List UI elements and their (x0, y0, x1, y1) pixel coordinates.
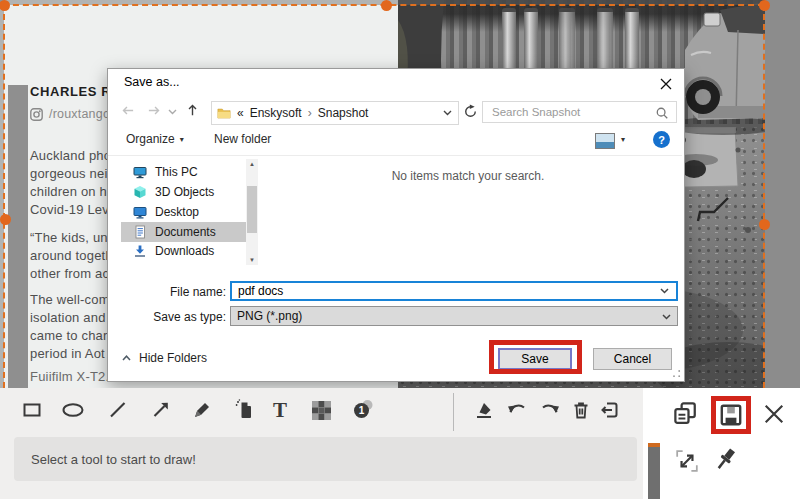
selection-handle-left-center[interactable] (0, 214, 11, 225)
nav-history-dropdown[interactable] (168, 109, 177, 115)
search-input[interactable] (490, 105, 644, 119)
save-as-type-label: Save as type: (108, 310, 226, 324)
empty-folder-message: No items match your search. (268, 169, 668, 183)
article-line: “The kids, un (30, 230, 108, 245)
save-highlight-box (489, 340, 582, 374)
nav-up-button[interactable] (184, 102, 201, 119)
sidebar-label: 3D Objects (155, 185, 214, 199)
action-panel (643, 388, 800, 499)
download-icon (133, 244, 147, 258)
delete-tool-button[interactable] (569, 398, 593, 422)
refresh-button[interactable] (463, 104, 478, 119)
cancel-button[interactable]: Cancel (593, 348, 672, 370)
undo-button[interactable] (505, 398, 529, 422)
new-folder-button[interactable]: New folder (214, 132, 271, 146)
arrow-icon (150, 399, 172, 421)
status-message: Select a tool to start to draw! (31, 452, 196, 467)
ellipse-tool-button[interactable] (61, 398, 85, 422)
document-icon (133, 225, 147, 239)
trash-icon (570, 399, 592, 421)
search-icon[interactable] (655, 106, 669, 120)
selection-handle-top-center[interactable] (381, 0, 392, 11)
text-tool-button[interactable]: T (268, 398, 292, 422)
organize-menu[interactable]: Organize ▾ (126, 132, 184, 146)
pin-icon (711, 445, 741, 475)
eraser-tool-button[interactable] (472, 398, 496, 422)
file-name-input[interactable] (230, 281, 678, 301)
breadcrumb-folder-snapshot[interactable]: Snapshot (318, 106, 369, 120)
rectangle-tool-button[interactable] (20, 398, 44, 422)
dialog-close-button[interactable] (656, 75, 676, 93)
organize-label: Organize (126, 132, 175, 146)
save-as-type-select[interactable]: PNG (*.png) (230, 306, 678, 326)
page-left-strip (8, 85, 28, 388)
scroll-up-icon[interactable]: ▲ (246, 161, 258, 167)
line-tool-button[interactable] (106, 398, 130, 422)
hide-folders-button[interactable]: Hide Folders (122, 351, 207, 365)
copy-button[interactable] (671, 399, 701, 429)
sidebar-label: Documents (155, 225, 216, 239)
nav-back-button[interactable] (120, 102, 137, 119)
breadcrumb-folder-enskysoft[interactable]: Enskysoft (250, 106, 302, 120)
sidebar-item-this-pc[interactable]: This PC (121, 162, 246, 182)
redo-button[interactable] (538, 398, 562, 422)
file-name-label: File name: (108, 285, 226, 299)
pencil-tool-button[interactable] (190, 398, 214, 422)
scroll-down-icon[interactable]: ▼ (246, 257, 258, 263)
view-mode-dropdown[interactable]: ▾ (621, 135, 625, 144)
rectangle-icon (21, 399, 43, 421)
instagram-icon (30, 108, 43, 121)
search-box[interactable] (482, 101, 677, 123)
close-annotator-button[interactable] (761, 401, 787, 427)
address-dropdown-icon[interactable] (443, 110, 452, 116)
chevron-up-icon (122, 355, 131, 361)
sidebar-scrollbar[interactable]: ▲ ▼ (246, 159, 258, 265)
breadcrumb-collapse[interactable]: « (237, 106, 244, 120)
scrollbar-thumb[interactable] (247, 186, 257, 233)
nav-forward-button[interactable] (145, 102, 162, 119)
copy-icon (671, 399, 701, 429)
hide-folders-label: Hide Folders (139, 351, 207, 365)
arrow-tool-button[interactable] (149, 398, 173, 422)
help-button[interactable]: ? (653, 131, 670, 148)
sidebar-item-documents[interactable]: Documents (121, 222, 246, 242)
article-line: The well-com (30, 292, 110, 307)
pencil-icon (191, 399, 213, 421)
annotation-toolbar: T 1 Select a tool to start to draw! (0, 388, 643, 499)
sidebar-label: Desktop (155, 205, 199, 219)
article-line: isolation and (30, 310, 106, 325)
file-name-dropdown-icon[interactable] (660, 288, 669, 294)
save-as-type-value: PNG (*.png) (237, 309, 302, 323)
mosaic-tool-button[interactable] (309, 398, 333, 422)
folder-icon (217, 107, 231, 119)
chevron-down-icon (168, 109, 177, 115)
resize-grip[interactable] (672, 369, 681, 378)
undo-icon (506, 399, 528, 421)
eraser-icon (473, 399, 495, 421)
expand-selection-button[interactable] (675, 449, 699, 473)
desktop-icon (133, 205, 147, 219)
text-tool-icon: T (273, 400, 287, 421)
address-bar[interactable]: « Enskysoft › Snapshot (211, 101, 459, 125)
pin-button[interactable] (711, 445, 741, 475)
view-mode-button[interactable] (595, 133, 615, 149)
save-image-button[interactable] (711, 396, 751, 434)
step-number-tool-button[interactable]: 1 (351, 398, 375, 422)
exit-edit-button[interactable] (598, 398, 622, 422)
sidebar-item-downloads[interactable]: Downloads (121, 242, 246, 259)
article-line: came to char (30, 328, 108, 343)
close-icon (761, 401, 787, 427)
selection-handle-right-center[interactable] (759, 219, 770, 230)
article-line: other from ac (30, 266, 109, 281)
save-as-dialog: Save as... « Enskysoft › Snapshot Organi… (107, 68, 685, 382)
status-message-bar: Select a tool to start to draw! (14, 437, 637, 481)
sidebar-item-desktop[interactable]: Desktop (121, 202, 246, 222)
dialog-separator (108, 155, 682, 156)
marker-tool-button[interactable] (232, 398, 256, 422)
cube-icon (133, 185, 147, 199)
selection-border-right[interactable] (763, 4, 765, 388)
selection-border-left[interactable] (3, 4, 5, 388)
article-instagram-row: /rouxtangcl (30, 107, 112, 121)
sidebar-item-3d-objects[interactable]: 3D Objects (121, 182, 246, 202)
selection-handle-top-right[interactable] (759, 0, 770, 11)
